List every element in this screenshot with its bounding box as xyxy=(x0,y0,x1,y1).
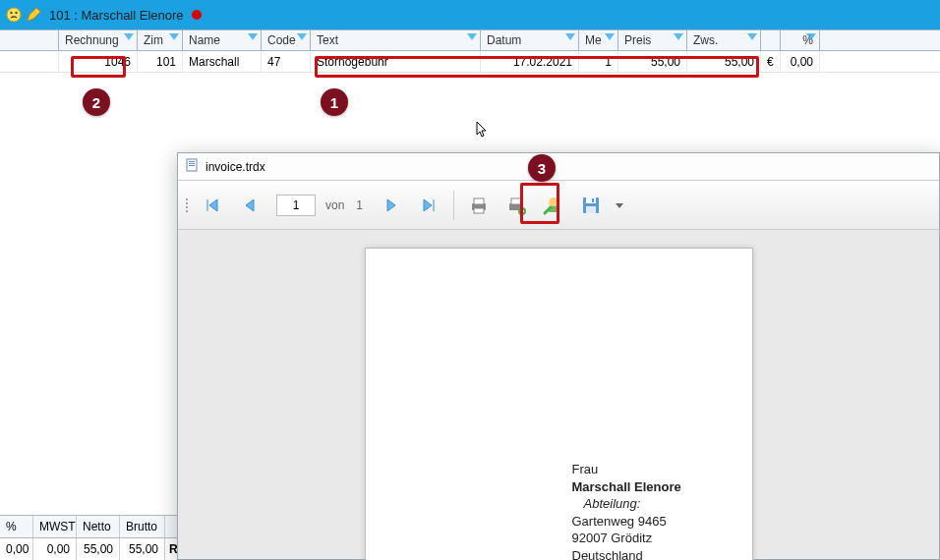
svg-rect-18 xyxy=(592,198,594,202)
nav-last-button[interactable] xyxy=(412,189,445,222)
print-button[interactable] xyxy=(462,189,496,222)
nav-next-button[interactable] xyxy=(375,189,408,222)
callout-2: 2 xyxy=(83,88,110,116)
viewer-titlebar: invoice.trdx xyxy=(178,153,939,181)
svg-rect-11 xyxy=(511,198,521,204)
svg-rect-8 xyxy=(474,198,484,204)
col-me[interactable]: Me xyxy=(579,30,618,50)
filter-icon[interactable] xyxy=(297,33,307,40)
page-of-label: von xyxy=(325,198,344,212)
col-rechnung[interactable]: Rechnung xyxy=(59,30,138,50)
col-datum[interactable]: Datum xyxy=(481,30,579,50)
totals-col-netto[interactable]: Netto xyxy=(77,516,120,537)
filter-icon[interactable] xyxy=(467,33,477,40)
tab-title: 101 : Marschall Elenore xyxy=(49,8,184,23)
totals-mwst: 0,00 xyxy=(33,538,77,560)
page-total: 1 xyxy=(356,198,363,212)
col-percent[interactable]: % xyxy=(781,30,820,50)
filter-icon[interactable] xyxy=(169,33,179,40)
totals-percent: 0,00 xyxy=(0,538,33,560)
cell-currency: € xyxy=(761,51,781,72)
cursor-pointer-icon xyxy=(476,121,490,141)
svg-point-1 xyxy=(10,12,12,14)
send-mail-button[interactable] xyxy=(537,189,570,222)
address-salutation: Frau xyxy=(572,461,681,478)
svg-point-13 xyxy=(549,197,558,207)
address-block: Frau Marschall Elenore Abteilung: Garten… xyxy=(572,461,681,560)
col-preis[interactable]: Preis xyxy=(618,30,687,50)
svg-point-0 xyxy=(7,8,21,22)
col-text[interactable]: Text xyxy=(311,30,481,50)
cell-datum: 17.02.2021 xyxy=(481,51,579,72)
cell-name: Marschall xyxy=(183,51,262,72)
cell-code: 47 xyxy=(262,51,311,72)
svg-point-2 xyxy=(15,12,17,14)
filter-icon[interactable] xyxy=(248,33,258,40)
save-button[interactable] xyxy=(574,189,608,222)
svg-rect-9 xyxy=(474,208,484,213)
svg-rect-16 xyxy=(586,197,596,203)
totals-netto: 55,00 xyxy=(77,538,120,560)
report-viewer-window: invoice.trdx 1 von 1 Frau Marschall Elen… xyxy=(177,152,940,560)
cell-zws: 55,00 xyxy=(687,51,761,72)
nav-first-button[interactable] xyxy=(196,189,229,222)
toolbar-grip-icon xyxy=(186,198,188,212)
svg-rect-6 xyxy=(189,165,195,166)
window-titlebar: 101 : Marschall Elenore xyxy=(0,0,940,29)
save-dropdown-button[interactable] xyxy=(612,189,627,222)
address-department: Abteilung: xyxy=(572,495,681,513)
svg-rect-17 xyxy=(586,206,596,213)
address-name: Marschall Elenore xyxy=(572,478,681,496)
svg-rect-4 xyxy=(189,161,195,162)
filter-icon[interactable] xyxy=(605,33,615,40)
grid-header: Rechnung Zim Name Code Text Datum Me Pre… xyxy=(0,29,940,51)
address-street: Gartenweg 9465 xyxy=(572,513,681,531)
dirty-indicator-icon xyxy=(192,10,202,20)
print-direct-button[interactable] xyxy=(499,189,533,222)
col-zws[interactable]: Zws. xyxy=(687,30,761,50)
cell-percent: 0,00 xyxy=(781,51,820,72)
table-row[interactable]: 1046 101 Marschall 47 Stornogebühr 17.02… xyxy=(0,51,940,73)
callout-1: 1 xyxy=(321,88,348,116)
filter-icon[interactable] xyxy=(124,33,134,40)
col-name[interactable]: Name xyxy=(183,30,262,50)
col-code[interactable]: Code xyxy=(262,30,311,50)
address-country: Deutschland xyxy=(572,547,681,560)
document-icon xyxy=(184,157,200,176)
page-number-input[interactable]: 1 xyxy=(276,195,316,216)
report-page: Frau Marschall Elenore Abteilung: Garten… xyxy=(365,248,753,560)
cell-zim: 101 xyxy=(138,51,183,72)
totals-col-mwst[interactable]: MWST xyxy=(33,516,77,537)
viewer-toolbar: 1 von 1 xyxy=(178,181,939,230)
filter-icon[interactable] xyxy=(565,33,575,40)
cell-rechnung: 1046 xyxy=(59,51,138,72)
cell-text: Stornogebühr xyxy=(311,51,481,72)
address-city: 92007 Gröditz xyxy=(572,530,681,547)
totals-brutto: 55,00 xyxy=(120,538,165,560)
col-expander xyxy=(0,30,59,50)
document-area[interactable]: Frau Marschall Elenore Abteilung: Garten… xyxy=(178,230,939,559)
totals-grid: % MWST Netto Brutto 0,00 0,00 55,00 55,0… xyxy=(0,515,177,560)
nav-prev-button[interactable] xyxy=(233,189,266,222)
cell-preis: 55,00 xyxy=(618,51,687,72)
col-currency xyxy=(761,30,781,50)
viewer-title-text: invoice.trdx xyxy=(206,160,265,174)
totals-col-brutto[interactable]: Brutto xyxy=(120,516,165,537)
guest-face-icon xyxy=(6,7,22,23)
edit-pencil-icon[interactable] xyxy=(26,7,41,23)
totals-col-percent[interactable]: % xyxy=(0,516,33,537)
filter-icon[interactable] xyxy=(806,33,816,40)
col-zim[interactable]: Zim xyxy=(138,30,183,50)
cell-me: 1 xyxy=(579,51,618,72)
svg-rect-5 xyxy=(189,163,195,164)
filter-icon[interactable] xyxy=(674,33,683,40)
filter-icon[interactable] xyxy=(747,33,757,40)
